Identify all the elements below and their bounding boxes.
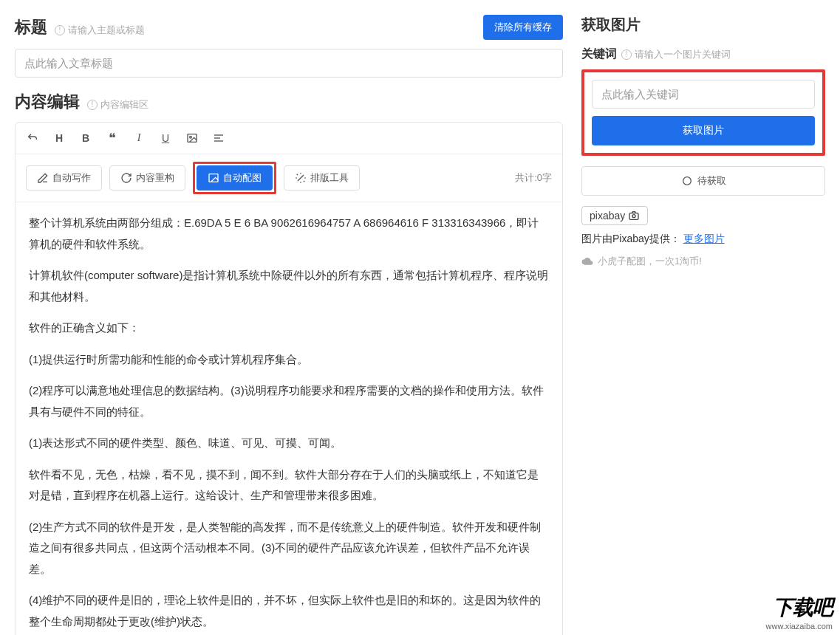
content-label: 内容编辑 [15, 92, 80, 111]
auto-image-button[interactable]: 自动配图 [197, 165, 273, 190]
keyword-highlight-box: 获取图片 [581, 69, 825, 156]
paragraph: 软件的正确含义如下： [29, 318, 549, 339]
paragraph: (1)提供运行时所需功能和性能的命令或计算机程序集合。 [29, 349, 549, 371]
svg-rect-7 [629, 213, 638, 220]
article-title-input[interactable] [15, 49, 563, 78]
underline-icon[interactable]: U [159, 132, 172, 144]
bold-icon[interactable]: B [79, 132, 92, 144]
keyword-hint: ! 请输入一个图片关键词 [621, 48, 731, 61]
paragraph: (2)生产方式不同的软件是开发，是人类智能的高发挥，而不是传统意义上的硬件制造。… [29, 517, 549, 580]
get-image-button[interactable]: 获取图片 [592, 116, 815, 145]
image-icon[interactable] [185, 132, 199, 144]
paragraph: 计算机软件(computer software)是指计算机系统中除硬件以外的所有… [29, 265, 549, 307]
paragraph: (4)维护不同的硬件是旧的，理论上软件是旧的，并不坏，但实际上软件也是旧的和坏的… [29, 590, 549, 632]
pixabay-badge: pixabay [581, 206, 648, 225]
circle-icon [681, 175, 693, 187]
align-icon[interactable] [212, 132, 225, 144]
content-body[interactable]: 整个计算机系统由两部分组成：E.69DA 5 E 6 BA 9062616964… [16, 202, 562, 635]
action-toolbar: 自动写作 内容重构 自动配图 排版工具 [16, 154, 562, 202]
camera-icon [628, 210, 640, 222]
italic-icon[interactable]: I [132, 132, 146, 144]
undo-icon[interactable] [26, 132, 39, 144]
layout-tool-button[interactable]: 排版工具 [284, 165, 360, 190]
pending-button[interactable]: 待获取 [581, 166, 825, 196]
watermark: 下载吧 www.xiazaiba.com [766, 594, 833, 631]
auto-write-button[interactable]: 自动写作 [26, 165, 102, 190]
info-icon: ! [87, 100, 98, 110]
info-icon: ! [621, 49, 632, 60]
content-hint: ! 内容编辑区 [87, 98, 148, 111]
provider-line: 图片由Pixabay提供： 更多图片 [581, 233, 825, 246]
get-image-title: 获取图片 [581, 15, 825, 35]
cloud-icon [581, 255, 593, 267]
info-icon: ! [55, 25, 65, 35]
quote-icon[interactable]: ❝ [106, 130, 119, 146]
svg-point-6 [683, 177, 691, 185]
format-toolbar: H B ❝ I U [16, 123, 562, 154]
content-header: 内容编辑 ! 内容编辑区 [15, 91, 563, 113]
wand-icon [295, 172, 307, 184]
footer-hint: 小虎子配图，一次1淘币! [581, 255, 825, 268]
refresh-icon [120, 172, 132, 184]
keyword-label-row: 关键词 ! 请输入一个图片关键词 [581, 47, 825, 62]
editor-card: H B ❝ I U 自动写作 内容重构 [15, 122, 563, 635]
paragraph: 整个计算机系统由两部分组成：E.69DA 5 E 6 BA 9062616964… [29, 213, 549, 255]
paragraph: 软件看不见，无色，枯燥，看不见，摸不到，闻不到。软件大部分存在于人们的头脑或纸上… [29, 464, 549, 507]
more-images-link[interactable]: 更多图片 [683, 233, 725, 244]
pencil-icon [37, 172, 49, 184]
picture-icon [208, 172, 219, 184]
heading-icon[interactable]: H [52, 132, 66, 144]
paragraph: (2)程序可以满意地处理信息的数据结构。(3)说明程序功能要求和程序需要的文档的… [29, 380, 549, 422]
clear-cache-button[interactable]: 清除所有缓存 [483, 15, 563, 40]
title-hint: ! 请输入主题或标题 [55, 24, 145, 37]
word-count: 共计:0字 [515, 171, 552, 185]
auto-image-highlight: 自动配图 [193, 162, 276, 194]
svg-point-8 [632, 215, 635, 218]
paragraph: (1)表达形式不同的硬件类型、颜色、味道、可见、可摸、可闻。 [29, 433, 549, 454]
title-header: 标题 ! 请输入主题或标题 清除所有缓存 [15, 15, 563, 40]
svg-point-1 [190, 136, 192, 138]
keyword-input[interactable] [592, 80, 815, 109]
title-label: 标题 [15, 18, 47, 36]
restructure-button[interactable]: 内容重构 [109, 165, 185, 190]
